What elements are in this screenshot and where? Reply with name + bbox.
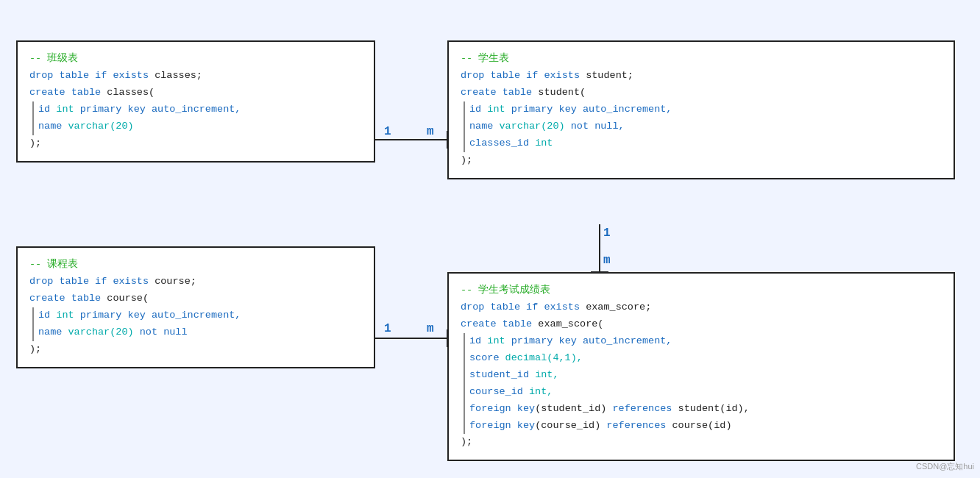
classes-comment: -- 班级表	[29, 53, 78, 64]
label-course-exam-m: m	[427, 322, 434, 335]
label-classes-student-m: m	[427, 125, 434, 138]
course-comment: -- 课程表	[29, 259, 78, 270]
label-classes-student-1: 1	[384, 125, 391, 138]
label-student-exam-1: 1	[603, 226, 611, 240]
box-course: -- 课程表 drop table if exists course; crea…	[16, 246, 375, 368]
classes-drop-kw: drop table if exists	[29, 70, 155, 81]
box-exam-score: -- 学生考试成绩表 drop table if exists exam_sco…	[447, 272, 955, 461]
diagram-container: 1 m 1 m 1 m -- 班级表 drop table if exists …	[0, 0, 980, 478]
label-student-exam-m: m	[603, 254, 611, 267]
label-course-exam-1: 1	[384, 322, 391, 335]
box-student: -- 学生表 drop table if exists student; cre…	[447, 40, 955, 179]
student-comment: -- 学生表	[461, 53, 509, 64]
box-classes: -- 班级表 drop table if exists classes; cre…	[16, 40, 375, 163]
exam-comment: -- 学生考试成绩表	[461, 285, 550, 296]
watermark: CSDN@忘知hui	[916, 461, 974, 472]
